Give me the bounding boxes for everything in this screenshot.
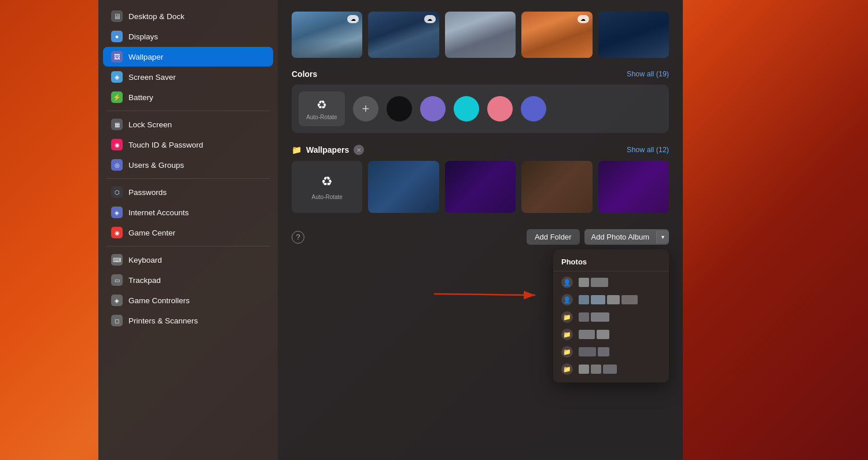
color-black[interactable] [387, 96, 412, 122]
action-buttons: Add Folder Add Photo Album ▾ Photos 👤 [527, 229, 669, 245]
wallpaper-auto-rotate[interactable]: ♻ Auto-Rotate [292, 161, 362, 213]
add-color-button[interactable]: + [353, 96, 378, 122]
help-button[interactable]: ? [292, 231, 304, 244]
sidebar-item-users[interactable]: ◎ Users & Groups [103, 155, 273, 175]
dropdown-item-thumb-6 [579, 365, 661, 374]
displays-icon: ● [111, 31, 123, 42]
wallpaper-purple2[interactable] [598, 161, 669, 213]
badge-x-icon: ✕ [356, 147, 361, 153]
wallpaper-thumb-2[interactable]: ☁ [368, 12, 439, 58]
wallpapers-section-header: 📁 Wallpapers ✕ Show all (12) [292, 145, 669, 155]
dropdown-item-3[interactable]: 📁 [553, 308, 669, 326]
keyboard-icon: ⌨ [111, 254, 123, 266]
wallpapers-show-all[interactable]: Show all (12) [627, 146, 669, 154]
dropdown-item-4[interactable]: 📁 [553, 326, 669, 343]
sidebar-item-lockscreen[interactable]: ▦ Lock Screen [103, 115, 273, 134]
wallpaper-blue[interactable] [368, 161, 439, 213]
wallpaper-tech[interactable] [521, 161, 592, 213]
sidebar-item-touchid[interactable]: ◉ Touch ID & Password [103, 135, 273, 154]
color-blue[interactable] [521, 96, 546, 122]
colors-section: ♻ Auto-Rotate + [292, 84, 669, 133]
sidebar-item-gamecontrollers[interactable]: ◈ Game Controllers [103, 290, 273, 310]
wallpaper-purple[interactable] [445, 161, 516, 213]
sidebar-item-label: Game Controllers [128, 296, 190, 305]
gamecenter-icon: ◉ [111, 227, 123, 238]
dropdown-item-thumb-5 [579, 347, 661, 356]
sidebar-item-keyboard[interactable]: ⌨ Keyboard [103, 250, 273, 270]
sidebar-item-label: Trackpad [128, 276, 161, 285]
trackpad-icon: ▭ [111, 274, 123, 286]
sidebar-item-label: Touch ID & Password [128, 141, 203, 149]
sidebar-item-label: Passwords [128, 188, 167, 197]
sidebar-item-wallpaper[interactable]: 🖼 Wallpaper [103, 47, 273, 67]
screensaver-icon: ◈ [111, 71, 123, 83]
add-photo-album-wrap: Add Photo Album ▾ Photos 👤 [584, 229, 669, 245]
cloud-icon-4: ☁ [578, 15, 589, 23]
wallpaper-thumb-3[interactable] [445, 12, 516, 58]
sidebar-item-gamecenter[interactable]: ◉ Game Center [103, 223, 273, 242]
dropdown-item-2[interactable]: 👤 [553, 291, 669, 308]
divider-1 [106, 111, 270, 111]
sidebar-item-desktop-dock[interactable]: 🖥 Desktop & Dock [103, 6, 273, 26]
gamecontrollers-icon: ◈ [111, 295, 123, 306]
lockscreen-icon: ▦ [111, 119, 123, 130]
divider-2 [106, 178, 270, 179]
dropdown-item-6[interactable]: 📁 [553, 360, 669, 378]
recycle-icon: ♻ [317, 98, 327, 112]
sidebar-item-screensaver[interactable]: ◈ Screen Saver [103, 67, 273, 87]
colors-title: Colors [292, 69, 317, 79]
sidebar-item-trackpad[interactable]: ▭ Trackpad [103, 270, 273, 290]
cloud-icon-2: ☁ [424, 15, 436, 23]
sidebar-item-label: Game Center [128, 229, 175, 237]
main-content: ☁ ☁ ☁ Colors Show all (19) ♻ Auto-Rotate… [278, 0, 683, 460]
dropdown-item-icon-6: 📁 [561, 363, 573, 375]
sidebar-item-battery[interactable]: ⚡ Battery [103, 87, 273, 107]
dropdown-item-icon-1: 👤 [561, 277, 573, 288]
battery-icon: ⚡ [111, 91, 123, 103]
wallpapers-grid: ♻ Auto-Rotate [292, 161, 669, 213]
featured-wallpapers-row: ☁ ☁ ☁ [292, 12, 669, 58]
sidebar-item-label: Internet Accounts [128, 208, 189, 217]
sidebar-item-label: Desktop & Dock [128, 12, 185, 21]
cloud-icon-1: ☁ [347, 15, 359, 23]
folder-icon: 📁 [292, 145, 301, 154]
dropdown-header: Photos [553, 254, 669, 271]
wallpaper-thumb-1[interactable]: ☁ [292, 12, 362, 58]
sidebar-item-internet[interactable]: ◈ Internet Accounts [103, 203, 273, 222]
wallpaper-icon: 🖼 [111, 51, 123, 62]
colors-show-all[interactable]: Show all (19) [627, 70, 669, 78]
users-icon: ◎ [111, 159, 123, 171]
desktop-dock-icon: 🖥 [111, 10, 123, 22]
sidebar-item-label: Printers & Scanners [128, 317, 198, 325]
touchid-icon: ◉ [111, 139, 123, 150]
wallpaper-thumb-4[interactable]: ☁ [521, 12, 592, 58]
bottom-bar: ? Add Folder Add Photo Album ▾ Photos 👤 [292, 225, 669, 249]
auto-rotate-label: Auto-Rotate [306, 114, 337, 120]
internet-icon: ◈ [111, 207, 123, 218]
add-folder-button[interactable]: Add Folder [527, 229, 580, 245]
add-photo-album-button[interactable]: Add Photo Album [584, 229, 656, 245]
wallpaper-auto-rotate-label: Auto-Rotate [312, 194, 343, 200]
sidebar-item-label: Displays [128, 32, 158, 41]
dropdown-item-5[interactable]: 📁 [553, 343, 669, 360]
wallpapers-badge[interactable]: ✕ [354, 145, 364, 155]
dropdown-item-icon-4: 📁 [561, 329, 573, 340]
color-auto-rotate[interactable]: ♻ Auto-Rotate [299, 91, 345, 126]
sidebar-item-displays[interactable]: ● Displays [103, 27, 273, 46]
colors-row: ♻ Auto-Rotate + [299, 91, 662, 126]
sidebar-item-label: Wallpaper [128, 53, 163, 61]
dropdown-item-1[interactable]: 👤 [553, 274, 669, 291]
dropdown-item-icon-2: 👤 [561, 294, 573, 306]
sidebar-item-printers[interactable]: ◻ Printers & Scanners [103, 311, 273, 330]
wallpapers-title: Wallpapers [306, 145, 349, 154]
sidebar-item-label: Keyboard [128, 256, 162, 264]
color-purple[interactable] [420, 96, 446, 122]
color-cyan[interactable] [454, 96, 479, 122]
color-pink[interactable] [487, 96, 513, 122]
photos-dropdown: Photos 👤 👤 [553, 249, 669, 382]
dropdown-item-icon-3: 📁 [561, 311, 573, 323]
sidebar-item-passwords[interactable]: ⬡ Passwords [103, 182, 273, 202]
wallpapers-title-row: 📁 Wallpapers ✕ [292, 145, 364, 155]
wallpaper-thumb-5[interactable] [598, 12, 669, 58]
add-photo-album-chevron[interactable]: ▾ [656, 230, 669, 244]
